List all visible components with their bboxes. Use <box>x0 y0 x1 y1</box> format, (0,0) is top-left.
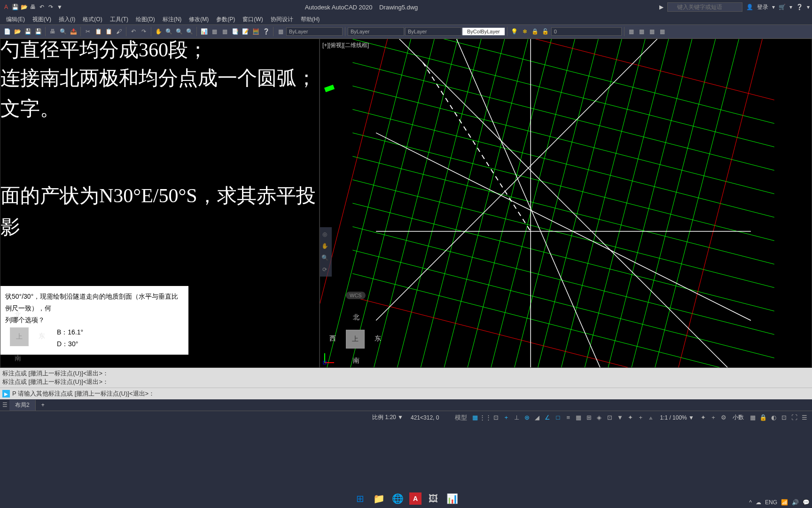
taskbar-edge-icon[interactable]: 🌐 <box>390 492 405 506</box>
status-filter-icon[interactable]: ▼ <box>615 413 625 423</box>
wcs-badge[interactable]: WCS <box>346 292 366 299</box>
layer-lock-icon[interactable]: 🔒 <box>531 27 540 36</box>
preview-icon[interactable]: 🔍 <box>58 27 68 36</box>
infocenter-search[interactable] <box>667 2 742 12</box>
tray-cloud-icon[interactable]: ☁ <box>756 499 761 506</box>
signin-icon[interactable]: 👤 <box>746 4 753 10</box>
color-combo[interactable]: ByColByLayer <box>462 28 505 35</box>
menu-tools[interactable]: 工具(T) <box>106 15 132 24</box>
taskbar-app2-icon[interactable]: 📊 <box>445 492 459 506</box>
status-annoscale-icon[interactable]: ⟁ <box>646 413 656 423</box>
status-annoscale-text[interactable]: 1:1 / 100% ▼ <box>656 414 698 421</box>
status-cleanscreen-icon[interactable]: ⛶ <box>789 413 799 423</box>
autocad-logo[interactable]: A <box>2 3 10 11</box>
save-icon[interactable]: 💾 <box>11 3 19 11</box>
viewcube-north-r[interactable]: 北 <box>353 313 359 322</box>
status-transparency-icon[interactable]: ▦ <box>573 413 584 423</box>
open-icon[interactable]: 📂 <box>20 3 28 11</box>
copy-icon[interactable]: 📋 <box>94 27 103 36</box>
undo-icon[interactable]: ↶ <box>38 3 46 11</box>
plot-icon[interactable]: 🖶 <box>29 3 37 11</box>
viewcube-east-r[interactable]: 东 <box>375 334 381 343</box>
redo-icon[interactable]: ↷ <box>47 3 55 11</box>
viewcube-south-r[interactable]: 南 <box>353 357 359 365</box>
status-osnap-icon[interactable]: □ <box>553 413 563 423</box>
menu-parametric[interactable]: 参数(P) <box>212 15 239 24</box>
help-icon[interactable]: ❔ <box>796 4 803 10</box>
tray-ime[interactable]: ENG <box>765 499 777 506</box>
quickcalc-icon[interactable]: 🧮 <box>251 27 260 36</box>
redo2-icon[interactable]: ↷ <box>139 27 148 36</box>
layer-tool1-icon[interactable]: ▦ <box>627 27 636 36</box>
status-dynucs-icon[interactable]: ⊡ <box>604 413 615 423</box>
viewcube-right[interactable]: 北 东 南 西 上 <box>329 313 381 365</box>
tray-notifications-icon[interactable]: 💬 <box>803 499 810 506</box>
linetype-combo[interactable]: ByLayer <box>348 27 404 36</box>
status-polar-icon[interactable]: ⊛ <box>522 413 532 423</box>
print-icon[interactable]: 🖶 <box>48 27 57 36</box>
menu-collab[interactable]: 协同设计 <box>267 15 297 24</box>
viewcube-south[interactable]: 南 <box>15 354 21 363</box>
layer-off-icon[interactable]: 🔓 <box>541 27 550 36</box>
help2-icon[interactable]: ❔ <box>261 27 271 36</box>
menu-draw[interactable]: 绘图(D) <box>132 15 159 24</box>
menu-insert[interactable]: 插入(I) <box>55 15 79 24</box>
tray-wifi-icon[interactable]: 📶 <box>781 499 788 506</box>
viewcube-north[interactable]: 北 <box>15 311 21 319</box>
command-window[interactable]: 标注点或 [撤消上一标注点(U)]<退出>： 标注点或 [撤消上一标注点(U)]… <box>0 368 812 399</box>
markup-icon[interactable]: 📝 <box>241 27 250 36</box>
status-gizmo-icon[interactable]: ✦ <box>625 413 635 423</box>
search-trigger-icon[interactable]: ▶ <box>659 4 664 10</box>
properties-icon[interactable]: 📊 <box>199 27 209 36</box>
status-autoscale-icon[interactable]: + <box>708 413 718 423</box>
status-infer-icon[interactable]: ⊡ <box>491 413 501 423</box>
publish-icon[interactable]: 📤 <box>69 27 78 36</box>
layer-icon[interactable]: ▦ <box>276 27 285 36</box>
navbar-orbit-icon[interactable]: ⟳ <box>320 265 329 274</box>
layer-combo[interactable]: ByLayer <box>286 27 343 36</box>
taskbar-app1-icon[interactable]: 🖼 <box>426 492 440 506</box>
signin-dropdown-icon[interactable]: ▾ <box>772 4 775 10</box>
tab-layout2[interactable]: 布局2 <box>9 400 36 411</box>
menu-view[interactable]: 视图(V) <box>29 15 55 24</box>
viewport-left[interactable]: 勺直径平均分成360段； 连接南北两极和均分点成一个圆弧； 文字。 面的产状为N… <box>0 39 320 368</box>
layer-tool2-icon[interactable]: ▦ <box>637 27 647 36</box>
status-dyninput-icon[interactable]: + <box>501 413 511 423</box>
layer-tool4-icon[interactable]: ▦ <box>658 27 667 36</box>
viewport-right[interactable]: [+][俯视][二维线框] <box>320 39 812 368</box>
layer-tool3-icon[interactable]: ▦ <box>648 27 657 36</box>
viewport-controls-label[interactable]: [+][俯视][二维线框] <box>322 41 369 49</box>
viewcube-east[interactable]: 东 <box>39 332 45 341</box>
status-quickprops-icon[interactable]: ▦ <box>748 413 758 423</box>
matchprop-icon[interactable]: 🖌 <box>114 27 124 36</box>
status-iso-icon[interactable]: ◢ <box>532 413 542 423</box>
taskbar-start-icon[interactable]: ⊞ <box>353 492 367 506</box>
status-custom-icon[interactable]: ☰ <box>799 413 810 423</box>
paste-icon[interactable]: 📋 <box>104 27 113 36</box>
status-workspace-icon[interactable]: ⚙ <box>718 413 729 423</box>
navbar-pan-icon[interactable]: ✋ <box>320 241 329 251</box>
taskbar-explorer-icon[interactable]: 📁 <box>372 492 386 506</box>
navbar-zoom-icon[interactable]: 🔍 <box>320 253 329 262</box>
status-otrack-icon[interactable]: ∠ <box>542 413 553 423</box>
transparency-combo[interactable]: 0 <box>551 27 622 36</box>
tab-add[interactable]: + <box>36 400 50 410</box>
undo2-icon[interactable]: ↶ <box>129 27 138 36</box>
cut-icon[interactable]: ✂ <box>83 27 93 36</box>
menu-format[interactable]: 格式(O) <box>79 15 106 24</box>
open-file-icon[interactable]: 📂 <box>13 27 22 36</box>
status-cycling-icon[interactable]: ⊞ <box>584 413 594 423</box>
status-annomonitor-icon[interactable]: + <box>635 413 646 423</box>
status-lineweight-icon[interactable]: ≡ <box>563 413 573 423</box>
status-units[interactable]: 小数 <box>729 413 748 421</box>
status-3dosnap-icon[interactable]: ◈ <box>594 413 604 423</box>
menu-window[interactable]: 窗口(W) <box>239 15 266 24</box>
menu-modify[interactable]: 修改(M) <box>185 15 212 24</box>
viewcube-top[interactable]: 上 <box>10 327 29 346</box>
designcenter-icon[interactable]: ▦ <box>210 27 219 36</box>
status-annovis-icon[interactable]: ✦ <box>698 413 708 423</box>
status-isolate-icon[interactable]: ◐ <box>768 413 779 423</box>
menu-dimension[interactable]: 标注(N) <box>159 15 186 24</box>
command-line[interactable]: ▶ P 请输入其他标注点或 [撤消上一标注点(U)]<退出>： <box>0 388 812 399</box>
viewcube-west-r[interactable]: 西 <box>329 334 336 343</box>
